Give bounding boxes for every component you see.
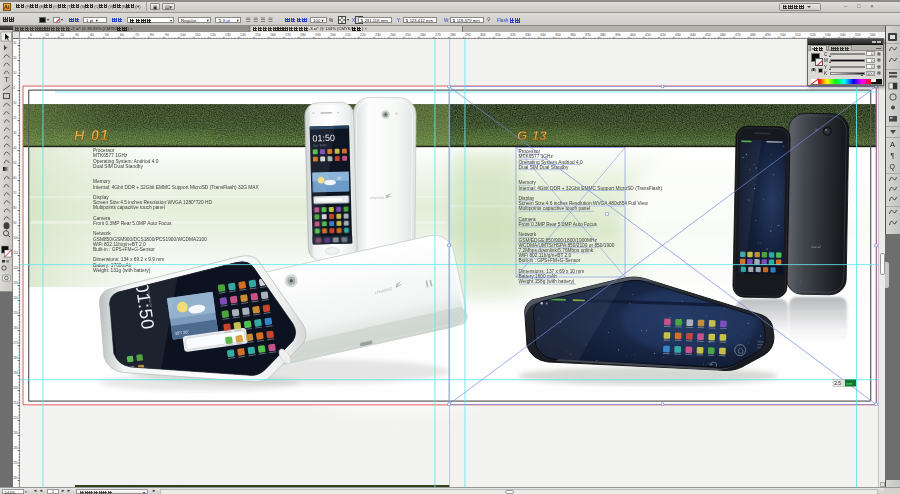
svg-text:410: 410 bbox=[645, 33, 651, 37]
svg-text:sHunOnG: sHunOnG bbox=[370, 196, 385, 200]
svg-text:160: 160 bbox=[13, 326, 18, 330]
svg-text:420: 420 bbox=[660, 33, 666, 37]
svg-text:230: 230 bbox=[13, 431, 18, 435]
svg-text:150: 150 bbox=[13, 311, 18, 315]
svg-text:10: 10 bbox=[13, 101, 17, 105]
svg-text:Dual SIM Dual Standby: Dual SIM Dual Standby bbox=[93, 164, 143, 169]
svg-text:30: 30 bbox=[75, 33, 79, 37]
svg-text:300: 300 bbox=[480, 33, 486, 37]
svg-text:Front 0.3MP Rear 5.0MP Auto: Front 0.3MP Rear 5.0MP Auto Focus bbox=[93, 221, 172, 226]
svg-text:30: 30 bbox=[13, 41, 17, 45]
svg-text:240: 240 bbox=[13, 446, 18, 450]
svg-text:520: 520 bbox=[810, 33, 816, 37]
svg-text:330: 330 bbox=[525, 33, 531, 37]
svg-text:30: 30 bbox=[13, 131, 17, 135]
svg-text:190: 190 bbox=[315, 33, 321, 37]
svg-text:230: 230 bbox=[375, 33, 381, 37]
svg-text:180: 180 bbox=[13, 356, 18, 360]
svg-text:360: 360 bbox=[570, 33, 576, 37]
svg-text:180: 180 bbox=[300, 33, 306, 37]
svg-text:Front 0.3MP Rear 5.0MP Auto F: Front 0.3MP Rear 5.0MP Auto Focus bbox=[519, 222, 598, 227]
svg-text:390: 390 bbox=[615, 33, 621, 37]
svg-text:310: 310 bbox=[495, 33, 501, 37]
svg-text:190: 190 bbox=[13, 371, 18, 375]
svg-text:140: 140 bbox=[240, 33, 246, 37]
svg-text:Multipoints capacitive touch p: Multipoints capacitive touch panel bbox=[93, 205, 165, 210]
svg-text:90: 90 bbox=[165, 33, 169, 37]
svg-text:60: 60 bbox=[120, 33, 124, 37]
svg-text:2.5: 2.5 bbox=[834, 380, 841, 386]
svg-text:20: 20 bbox=[13, 56, 17, 60]
svg-text:130: 130 bbox=[225, 33, 231, 37]
svg-text:240: 240 bbox=[390, 33, 396, 37]
svg-text:10: 10 bbox=[13, 71, 17, 75]
svg-text:100: 100 bbox=[13, 236, 18, 240]
svg-text:50: 50 bbox=[105, 33, 109, 37]
svg-text:40: 40 bbox=[13, 146, 17, 150]
svg-text:200: 200 bbox=[330, 33, 336, 37]
svg-text:280: 280 bbox=[450, 33, 456, 37]
svg-text:90: 90 bbox=[13, 221, 17, 225]
svg-text:260: 260 bbox=[13, 476, 18, 480]
svg-text:290: 290 bbox=[465, 33, 471, 37]
svg-text:170: 170 bbox=[13, 341, 18, 345]
svg-text:Internal: 4Gbit DDR + 32Gbit E: Internal: 4Gbit DDR + 32Gbit EMMC Suppor… bbox=[93, 185, 260, 190]
svg-text:210: 210 bbox=[13, 401, 18, 405]
svg-text:380: 380 bbox=[600, 33, 606, 37]
svg-text:480: 480 bbox=[750, 33, 756, 37]
svg-text:560: 560 bbox=[870, 33, 876, 37]
svg-text:23°: 23° bbox=[337, 177, 343, 181]
svg-text:70: 70 bbox=[13, 191, 17, 195]
svg-text:340: 340 bbox=[540, 33, 546, 37]
svg-text:130: 130 bbox=[13, 281, 18, 285]
svg-text:70: 70 bbox=[135, 33, 139, 37]
svg-text:10: 10 bbox=[45, 33, 49, 37]
svg-text:250: 250 bbox=[13, 461, 18, 465]
svg-text:270: 270 bbox=[435, 33, 441, 37]
svg-text:110: 110 bbox=[195, 33, 201, 37]
svg-text:460: 460 bbox=[720, 33, 726, 37]
svg-text:440: 440 bbox=[690, 33, 696, 37]
svg-text:350: 350 bbox=[555, 33, 561, 37]
svg-text:Multipoints capacitive touch p: Multipoints capacitive touch panel bbox=[519, 206, 591, 211]
svg-text:470: 470 bbox=[735, 33, 741, 37]
svg-text:ver: ver bbox=[846, 381, 853, 386]
svg-text:60: 60 bbox=[13, 176, 17, 180]
svg-text:40: 40 bbox=[90, 33, 94, 37]
svg-text:430: 430 bbox=[675, 33, 681, 37]
svg-text:400: 400 bbox=[630, 33, 636, 37]
svg-text:250: 250 bbox=[405, 33, 411, 37]
svg-text:Weight:158g (with battery): Weight:158g (with battery) bbox=[519, 279, 575, 284]
svg-text:Weight: 131g (with battery): Weight: 131g (with battery) bbox=[93, 268, 151, 273]
svg-text:GaLaZ: GaLaZ bbox=[811, 245, 822, 249]
svg-text:260: 260 bbox=[420, 33, 426, 37]
svg-text:220: 220 bbox=[360, 33, 366, 37]
svg-text:¶: ¶ bbox=[891, 152, 895, 159]
svg-text:140: 140 bbox=[13, 296, 18, 300]
svg-text:320: 320 bbox=[510, 33, 516, 37]
svg-text:370: 370 bbox=[585, 33, 591, 37]
svg-text:540: 540 bbox=[840, 33, 846, 37]
svg-text:210: 210 bbox=[345, 33, 351, 37]
svg-text:100: 100 bbox=[180, 33, 186, 37]
svg-text:220: 220 bbox=[13, 416, 18, 420]
svg-text:50: 50 bbox=[13, 161, 17, 165]
svg-text:Built-in : GPS+FM+G-Sensor: Built-in : GPS+FM+G-Sensor bbox=[93, 247, 155, 252]
svg-text:110: 110 bbox=[13, 251, 18, 255]
svg-text:120: 120 bbox=[13, 266, 18, 270]
svg-text:490: 490 bbox=[765, 33, 771, 37]
svg-text:80: 80 bbox=[13, 206, 17, 210]
svg-text:20: 20 bbox=[60, 33, 64, 37]
svg-text:150: 150 bbox=[255, 33, 261, 37]
svg-text:200: 200 bbox=[13, 386, 18, 390]
svg-text:550: 550 bbox=[855, 33, 861, 37]
svg-text:510: 510 bbox=[795, 33, 801, 37]
svg-text:450: 450 bbox=[705, 33, 711, 37]
svg-text:500: 500 bbox=[780, 33, 786, 37]
svg-text:80: 80 bbox=[150, 33, 154, 37]
svg-text:A: A bbox=[890, 140, 895, 149]
svg-text:Q: Q bbox=[890, 163, 896, 171]
svg-text:T: T bbox=[4, 75, 9, 84]
svg-text:160: 160 bbox=[270, 33, 276, 37]
svg-text:120: 120 bbox=[210, 33, 216, 37]
